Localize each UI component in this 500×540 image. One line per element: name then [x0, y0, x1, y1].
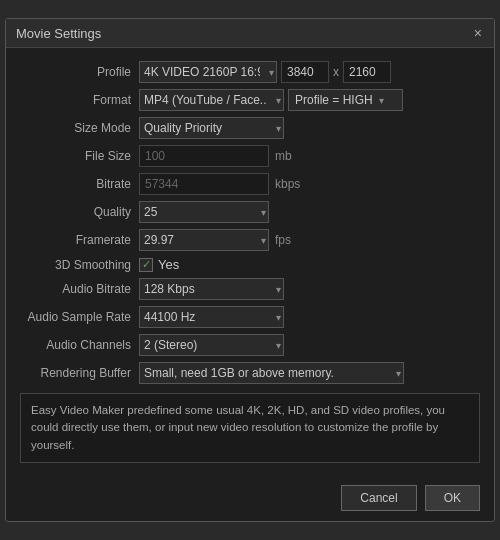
framerate-unit: fps — [275, 233, 291, 247]
smoothing-checkbox-field: ✓ Yes — [139, 257, 476, 272]
audio-bitrate-label: Audio Bitrate — [20, 275, 135, 303]
audio-channels-row: Audio Channels 2 (Stereo) — [20, 331, 480, 359]
file-size-row: File Size mb — [20, 142, 480, 170]
x-separator: x — [333, 65, 339, 79]
close-button[interactable]: × — [472, 25, 484, 41]
audio-channels-label: Audio Channels — [20, 331, 135, 359]
quality-row: Quality 25 — [20, 198, 480, 226]
bitrate-field-cell: kbps — [135, 170, 480, 198]
file-size-label: File Size — [20, 142, 135, 170]
file-size-field-cell: mb — [135, 142, 480, 170]
form-content: Profile 4K VIDEO 2160P 16:9 x — [6, 48, 494, 479]
audio-sample-label: Audio Sample Rate — [20, 303, 135, 331]
width-input[interactable] — [281, 61, 329, 83]
bitrate-row: Bitrate kbps — [20, 170, 480, 198]
hint-text: Easy Video Maker predefined some usual 4… — [31, 404, 445, 451]
render-buffer-select-wrap: Small, need 1GB or above memory. — [139, 362, 404, 384]
render-buffer-label: Rendering Buffer — [20, 359, 135, 387]
height-input[interactable] — [343, 61, 391, 83]
audio-channels-select[interactable]: 2 (Stereo) — [139, 334, 284, 356]
audio-channels-field-cell: 2 (Stereo) — [135, 331, 480, 359]
file-size-unit: mb — [275, 149, 292, 163]
profile-field-cell: 4K VIDEO 2160P 16:9 x — [135, 58, 480, 86]
smoothing-row: 3D Smoothing ✓ Yes — [20, 254, 480, 275]
smoothing-field-cell: ✓ Yes — [135, 254, 480, 275]
bitrate-input[interactable] — [139, 173, 269, 195]
size-mode-row: Size Mode Quality Priority — [20, 114, 480, 142]
quality-select[interactable]: 25 — [139, 201, 269, 223]
size-mode-select-wrap: Quality Priority — [139, 117, 284, 139]
audio-bitrate-field-cell: 128 Kbps — [135, 275, 480, 303]
profile-fields: 4K VIDEO 2160P 16:9 x — [139, 61, 476, 83]
audio-sample-select[interactable]: 44100 Hz — [139, 306, 284, 328]
framerate-row: Framerate 29.97 fps — [20, 226, 480, 254]
audio-bitrate-row: Audio Bitrate 128 Kbps — [20, 275, 480, 303]
format-label: Format — [20, 86, 135, 114]
smoothing-value: Yes — [158, 257, 179, 272]
audio-sample-row: Audio Sample Rate 44100 Hz — [20, 303, 480, 331]
format-select-wrap: MP4 (YouTube / Face... — [139, 89, 284, 111]
audio-bitrate-select-wrap: 128 Kbps — [139, 278, 284, 300]
dialog-footer: Cancel OK — [6, 479, 494, 521]
profile-select-wrap: 4K VIDEO 2160P 16:9 — [139, 61, 277, 83]
ok-button[interactable]: OK — [425, 485, 480, 511]
framerate-select[interactable]: 29.97 — [139, 229, 269, 251]
framerate-select-wrap: 29.97 — [139, 229, 269, 251]
framerate-label: Framerate — [20, 226, 135, 254]
framerate-field-cell: 29.97 fps — [135, 226, 480, 254]
audio-bitrate-select[interactable]: 128 Kbps — [139, 278, 284, 300]
render-buffer-select[interactable]: Small, need 1GB or above memory. — [139, 362, 404, 384]
profile-select[interactable]: 4K VIDEO 2160P 16:9 — [139, 61, 277, 83]
quality-label: Quality — [20, 198, 135, 226]
size-mode-select[interactable]: Quality Priority — [139, 117, 284, 139]
hint-box: Easy Video Maker predefined some usual 4… — [20, 393, 480, 463]
smoothing-checkbox[interactable]: ✓ — [139, 258, 153, 272]
smoothing-label: 3D Smoothing — [20, 254, 135, 275]
bitrate-unit: kbps — [275, 177, 300, 191]
dialog-title: Movie Settings — [16, 26, 101, 41]
quality-select-wrap: 25 — [139, 201, 269, 223]
audio-sample-select-wrap: 44100 Hz — [139, 306, 284, 328]
render-buffer-row: Rendering Buffer Small, need 1GB or abov… — [20, 359, 480, 387]
file-size-input[interactable] — [139, 145, 269, 167]
title-bar: Movie Settings × — [6, 19, 494, 48]
render-buffer-field-cell: Small, need 1GB or above memory. — [135, 359, 480, 387]
audio-sample-field-cell: 44100 Hz — [135, 303, 480, 331]
profile-row: Profile 4K VIDEO 2160P 16:9 x — [20, 58, 480, 86]
size-mode-label: Size Mode — [20, 114, 135, 142]
format-select[interactable]: MP4 (YouTube / Face... — [139, 89, 284, 111]
profile-label: Profile — [20, 58, 135, 86]
format-row: Format MP4 (YouTube / Face... Profile = … — [20, 86, 480, 114]
cancel-button[interactable]: Cancel — [341, 485, 416, 511]
audio-channels-select-wrap: 2 (Stereo) — [139, 334, 284, 356]
movie-settings-dialog: Movie Settings × Profile 4K VIDEO 2160P … — [5, 18, 495, 522]
format-field-cell: MP4 (YouTube / Face... Profile = HIGH — [135, 86, 480, 114]
profile-badge[interactable]: Profile = HIGH — [288, 89, 403, 111]
quality-field-cell: 25 — [135, 198, 480, 226]
size-mode-field-cell: Quality Priority — [135, 114, 480, 142]
bitrate-label: Bitrate — [20, 170, 135, 198]
settings-table: Profile 4K VIDEO 2160P 16:9 x — [20, 58, 480, 387]
